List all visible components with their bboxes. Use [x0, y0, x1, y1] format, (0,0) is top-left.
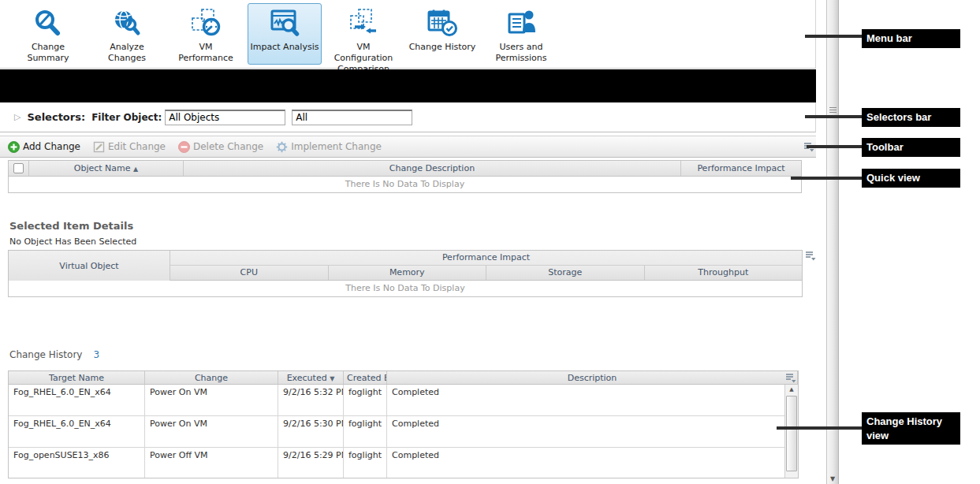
cell-target-name: Fog_RHEL_6.0_EN_x64	[9, 385, 145, 415]
change-history-body: Fog_RHEL_6.0_EN_x64 Power On VM 9/2/16 5…	[9, 385, 798, 478]
delete-change-label: Delete Change	[193, 141, 263, 152]
filter-scope-input[interactable]	[292, 110, 412, 125]
menu-item-label: VM Performance	[170, 40, 242, 67]
column-description[interactable]: Description	[387, 371, 798, 384]
column-target-name[interactable]: Target Name	[9, 371, 145, 384]
selectors-bar-callout-line	[805, 115, 862, 118]
column-memory[interactable]: Memory	[329, 266, 487, 280]
vm-performance-icon	[170, 7, 242, 40]
edit-change-label: Edit Change	[108, 141, 166, 152]
menu-bar: Change Summary Analyze Changes	[0, 0, 816, 69]
column-cpu[interactable]: CPU	[170, 266, 329, 280]
column-virtual-object[interactable]: Virtual Object	[9, 251, 170, 281]
menu-item-users-and-permissions[interactable]: Users and Permissions	[484, 3, 558, 68]
quick-view-empty-message: There Is No Data To Display	[9, 177, 801, 192]
change-history-customizer-icon[interactable]	[785, 373, 796, 383]
selectors-expander-icon[interactable]: ▷	[14, 112, 20, 122]
select-all-checkbox[interactable]	[13, 163, 24, 173]
filter-object-input[interactable]	[165, 110, 285, 125]
quick-view-callout-line	[791, 177, 862, 180]
cell-executed: 9/2/16 5:30 PM	[278, 416, 344, 447]
quick-view-annotation: Quick view	[862, 169, 960, 188]
implement-gear-icon	[276, 141, 288, 153]
change-history-icon	[406, 7, 479, 40]
banner-bar	[0, 69, 816, 102]
menu-item-label: Change Summary	[12, 40, 84, 67]
menu-item-analyze-changes[interactable]: Analyze Changes	[90, 3, 164, 68]
column-performance-impact[interactable]: Performance Impact	[681, 161, 801, 176]
impact-analysis-screen: Change Summary Analyze Changes	[0, 0, 980, 484]
menu-item-label: Users and Permissions	[485, 40, 557, 67]
filter-object-label: Filter Object:	[91, 112, 162, 123]
implement-change-label: Implement Change	[291, 141, 382, 152]
menu-item-label: Impact Analysis	[248, 40, 321, 56]
column-created-by[interactable]: Created By	[344, 371, 387, 384]
menu-item-vm-performance[interactable]: VM Performance	[169, 3, 243, 68]
change-summary-icon	[12, 7, 84, 40]
menu-item-change-summary[interactable]: Change Summary	[11, 3, 85, 68]
change-history-table: Target Name Change Executed ▼ Created By…	[8, 370, 799, 478]
add-change-button[interactable]: Add Change	[8, 141, 80, 153]
menu-bar-annotation: Menu bar	[862, 29, 960, 48]
column-throughput[interactable]: Throughput	[645, 266, 803, 280]
menu-item-impact-analysis[interactable]: Impact Analysis	[248, 3, 322, 65]
selected-item-details-table: Virtual Object Performance Impact CPU Me…	[8, 250, 803, 297]
menu-item-vm-configuration-comparison[interactable]: VM Configuration Comparison	[326, 3, 401, 78]
details-empty-message: There Is No Data To Display	[9, 281, 802, 296]
menu-item-change-history[interactable]: Change History	[405, 3, 479, 65]
change-history-annotation: Change History view	[862, 412, 960, 445]
change-history-scrollbar-thumb[interactable]	[786, 396, 797, 471]
change-history-title: Change History3	[9, 349, 99, 360]
sort-desc-icon: ▼	[330, 375, 334, 382]
toolbar-callout-line	[807, 145, 862, 148]
vm-configuration-comparison-icon	[327, 7, 400, 40]
cell-target-name: Fog_openSUSE13_x86	[9, 448, 145, 478]
selected-item-details-title: Selected Item Details	[9, 220, 133, 232]
change-history-header: Target Name Change Executed ▼ Created By…	[9, 371, 798, 385]
add-change-label: Add Change	[23, 141, 80, 152]
column-object-name[interactable]: Object Name ▲	[29, 161, 184, 176]
selectors-title: Selectors:	[27, 111, 85, 123]
delete-icon	[178, 141, 190, 153]
cell-created-by: foglight	[344, 385, 387, 415]
cell-change: Power Off VM	[145, 448, 278, 478]
scroll-up-icon[interactable]: ▲	[785, 385, 798, 395]
change-toolbar: Add Change Edit Change Delete Change	[0, 136, 816, 158]
column-change-description[interactable]: Change Description	[184, 161, 681, 176]
cell-created-by: foglight	[344, 448, 387, 478]
change-history-scrollbar[interactable]: ▲	[784, 385, 798, 478]
cell-created-by: foglight	[344, 416, 387, 447]
delete-change-button[interactable]: Delete Change	[178, 141, 263, 153]
cell-executed: 9/2/16 5:32 PM	[278, 385, 344, 415]
table-row[interactable]: Fog_RHEL_6.0_EN_x64 Power On VM 9/2/16 5…	[9, 416, 798, 448]
select-all-cell	[9, 161, 29, 176]
no-object-selected-note: No Object Has Been Selected	[9, 236, 136, 247]
implement-change-button[interactable]: Implement Change	[276, 141, 382, 153]
page-scrollbar[interactable]: ▼	[826, 0, 839, 484]
scroll-down-icon[interactable]: ▼	[827, 475, 838, 482]
table-row[interactable]: Fog_RHEL_6.0_EN_x64 Power On VM 9/2/16 5…	[9, 385, 798, 416]
scrollbar-grip-icon	[829, 107, 837, 114]
details-customizer-icon[interactable]	[805, 251, 816, 261]
menu-bar-callout-line	[805, 35, 862, 38]
cell-change: Power On VM	[145, 385, 278, 415]
column-change[interactable]: Change	[145, 371, 278, 384]
cell-description: Completed	[387, 416, 798, 447]
impact-analysis-icon	[248, 7, 321, 40]
cell-target-name: Fog_RHEL_6.0_EN_x64	[9, 416, 145, 447]
edit-icon	[93, 141, 105, 153]
table-row[interactable]: Fog_openSUSE13_x86 Power Off VM 9/2/16 5…	[9, 448, 798, 478]
quick-view-table: Object Name ▲ Change Description Perform…	[8, 160, 802, 193]
selectors-bar-annotation: Selectors bar	[862, 108, 960, 127]
menu-item-label: Analyze Changes	[91, 40, 163, 67]
change-history-callout-line	[777, 426, 862, 430]
column-executed[interactable]: Executed ▼	[278, 371, 344, 384]
column-storage[interactable]: Storage	[486, 266, 645, 280]
selectors-bar: ▷ Selectors: Filter Object:	[0, 102, 816, 132]
menu-item-label: Change History	[406, 40, 479, 56]
add-icon	[8, 141, 20, 153]
toolbar-annotation: Toolbar	[862, 138, 960, 157]
edit-change-button[interactable]: Edit Change	[93, 141, 166, 153]
users-and-permissions-icon	[485, 7, 557, 40]
quick-view-header: Object Name ▲ Change Description Perform…	[9, 161, 801, 177]
